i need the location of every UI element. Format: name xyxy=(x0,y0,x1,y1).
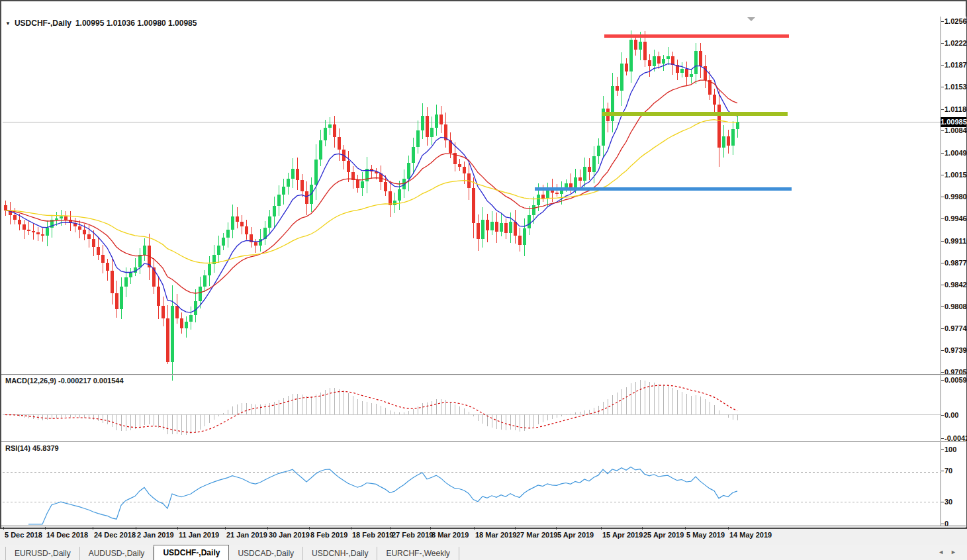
candle xyxy=(472,188,475,223)
date-axis-label: 8 Mar 2019 xyxy=(432,531,469,539)
candle xyxy=(291,169,295,178)
candle xyxy=(87,234,91,239)
candle xyxy=(680,69,684,73)
candle xyxy=(356,180,359,188)
candle xyxy=(111,271,114,293)
candle xyxy=(407,163,410,179)
candle xyxy=(629,40,633,71)
rsi-label: RSI(14) 45.8379 xyxy=(5,444,59,452)
macd-histogram xyxy=(6,380,738,435)
candle xyxy=(143,246,146,255)
price-scale[interactable]: 1.025601.022201.018701.015301.011801.008… xyxy=(941,17,966,527)
mt4-app: H4D1W1MN ▼ USDCHF-,Daily 1.00995 1.01036… xyxy=(0,0,967,560)
candle xyxy=(490,222,494,230)
date-axis-label: 5 Dec 2018 xyxy=(5,531,42,539)
price-axis-label: 0.99800 xyxy=(944,193,967,201)
date-axis-label: 27 Mar 2019 xyxy=(516,531,557,539)
candle xyxy=(60,216,63,218)
price-axis-label: 1.02560 xyxy=(944,17,967,25)
candle xyxy=(574,177,577,187)
candle xyxy=(92,239,95,247)
candle xyxy=(328,124,332,128)
candle xyxy=(106,263,109,271)
candle xyxy=(185,322,188,328)
price-axis-label: 0.98420 xyxy=(944,281,967,289)
chart-plot-area[interactable] xyxy=(1,17,941,541)
candle xyxy=(171,306,174,362)
chart-header: ▼ USDCHF-,Daily 1.00995 1.01036 1.00980 … xyxy=(5,19,197,28)
candle xyxy=(713,95,716,105)
tab-scroll-left-icon[interactable]: ◄ xyxy=(938,549,950,555)
chart-tab-audusd[interactable]: AUDUSD-,Daily xyxy=(80,547,154,560)
candle xyxy=(314,160,318,185)
candle xyxy=(426,116,429,137)
candle xyxy=(222,238,225,246)
chart-tab-usdchf[interactable]: USDCHF-,Daily xyxy=(154,545,229,560)
candle xyxy=(648,60,651,67)
candle xyxy=(287,179,290,187)
candle xyxy=(421,116,424,130)
candle xyxy=(514,222,517,236)
candle xyxy=(175,306,179,318)
slow-ma xyxy=(5,120,737,263)
candle xyxy=(296,169,299,180)
candle xyxy=(231,216,234,229)
indicator-axis-label: 0.00597 xyxy=(944,376,967,384)
candle xyxy=(36,232,40,234)
candle xyxy=(727,136,730,145)
candle xyxy=(361,181,364,188)
pane-divider-macd[interactable] xyxy=(1,374,966,375)
date-axis-label: 5 May 2019 xyxy=(686,531,725,539)
chart-tab-usdcnh[interactable]: USDCNH-,Daily xyxy=(303,547,377,560)
candle xyxy=(120,287,123,309)
date-axis-label: 18 Mar 2019 xyxy=(475,531,516,539)
candle xyxy=(639,42,642,50)
candle xyxy=(578,177,582,181)
candle xyxy=(398,189,401,201)
candle xyxy=(389,191,392,205)
candle xyxy=(83,230,86,234)
candle xyxy=(616,86,619,91)
chart-symbol-title: USDCHF-,Daily xyxy=(15,19,71,28)
candle xyxy=(157,287,160,306)
chart-quote-values: 1.00995 1.01036 1.00980 1.00985 xyxy=(75,19,197,28)
candle xyxy=(208,264,211,275)
candle xyxy=(189,315,193,322)
date-axis-label: 5 Apr 2019 xyxy=(557,531,594,539)
candle xyxy=(722,136,725,148)
candle xyxy=(481,220,484,239)
price-axis-label: 1.00150 xyxy=(944,171,967,179)
candle xyxy=(124,277,128,287)
candle xyxy=(138,255,142,267)
candle xyxy=(64,216,68,220)
chart-tab-eurusd[interactable]: EURUSD-,Daily xyxy=(5,547,80,560)
candle xyxy=(583,167,586,181)
candle xyxy=(338,137,341,150)
macd-values: -0.000217 0.001544 xyxy=(58,377,123,385)
candle xyxy=(500,223,503,232)
symbol-tab-bar: EURUSD-,DailyAUDUSD-,DailyUSDCHF-,DailyU… xyxy=(0,545,967,560)
candle xyxy=(685,69,688,77)
candle xyxy=(717,105,721,148)
chart-shift-marker-icon[interactable] xyxy=(747,17,755,21)
price-axis-label: 0.97050 xyxy=(944,368,967,376)
candle xyxy=(282,187,285,195)
chart-tab-eurchf[interactable]: EURCHF-,Weekly xyxy=(377,547,459,560)
candle xyxy=(78,226,81,230)
candle xyxy=(495,222,498,232)
pane-divider-rsi[interactable] xyxy=(1,441,966,442)
candle xyxy=(236,216,239,221)
date-axis-label: 25 Apr 2019 xyxy=(643,531,684,539)
candle xyxy=(486,220,489,230)
collapse-triangle-icon[interactable]: ▼ xyxy=(5,21,11,26)
candle xyxy=(245,226,248,234)
chart-tab-usdcad[interactable]: USDCAD-,Daily xyxy=(229,547,303,560)
candle xyxy=(347,161,350,172)
candles xyxy=(4,30,739,381)
tab-scroll-right-icon[interactable]: ► xyxy=(950,549,963,555)
candle xyxy=(439,115,443,124)
candle xyxy=(435,115,438,127)
candle xyxy=(203,275,207,287)
candle xyxy=(180,318,183,328)
candle xyxy=(97,247,100,255)
